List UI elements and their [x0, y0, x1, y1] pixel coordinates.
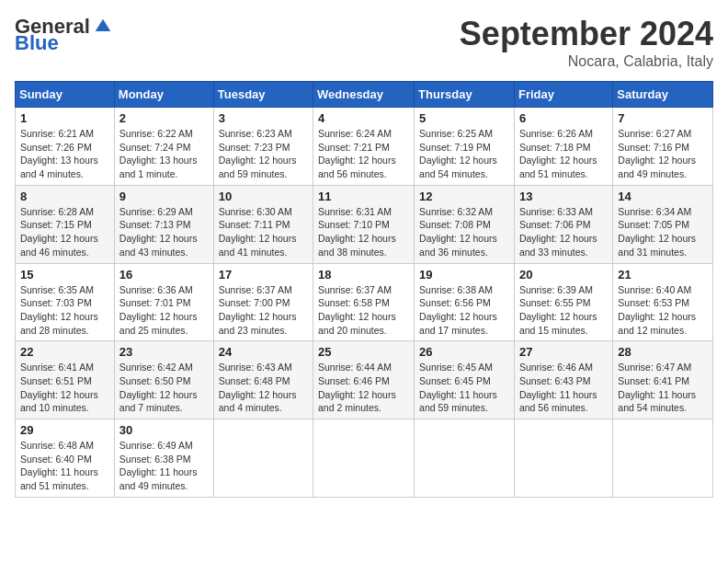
daylight-label: Daylight: 13 hours and 1 minute.	[119, 155, 198, 179]
day-info: Sunrise: 6:42 AM Sunset: 6:50 PM Dayligh…	[119, 361, 209, 415]
day-info: Sunrise: 6:39 AM Sunset: 6:55 PM Dayligh…	[519, 283, 608, 338]
svg-marker-0	[96, 19, 111, 31]
day-info: Sunrise: 6:21 AM Sunset: 7:26 PM Dayligh…	[20, 127, 109, 181]
day-number: 21	[618, 268, 708, 282]
daylight-label: Daylight: 11 hours and 56 minutes.	[519, 389, 597, 414]
sunset-label: Sunset: 7:05 PM	[618, 219, 689, 230]
month-title: September 2024	[460, 15, 713, 53]
daylight-label: Daylight: 12 hours and 10 minutes.	[20, 389, 98, 414]
daylight-label: Daylight: 12 hours and 12 minutes.	[618, 311, 696, 336]
header-sunday: Sunday	[16, 82, 115, 108]
sunset-label: Sunset: 6:53 PM	[618, 297, 689, 308]
day-number: 22	[20, 345, 109, 359]
calendar-day: 16 Sunrise: 6:36 AM Sunset: 7:01 PM Dayl…	[114, 263, 213, 341]
day-info: Sunrise: 6:24 AM Sunset: 7:21 PM Dayligh…	[318, 127, 409, 181]
empty-cell	[514, 419, 612, 498]
calendar-day: 4 Sunrise: 6:24 AM Sunset: 7:21 PM Dayli…	[313, 108, 415, 186]
day-info: Sunrise: 6:40 AM Sunset: 6:53 PM Dayligh…	[618, 283, 708, 338]
sunset-label: Sunset: 7:24 PM	[119, 142, 191, 153]
day-number: 3	[219, 111, 308, 125]
day-number: 11	[318, 190, 409, 203]
daylight-label: Daylight: 12 hours and 2 minutes.	[318, 389, 396, 414]
calendar-day: 29 Sunrise: 6:48 AM Sunset: 6:40 PM Dayl…	[16, 419, 115, 498]
calendar-day: 7 Sunrise: 6:27 AM Sunset: 7:16 PM Dayli…	[613, 108, 713, 186]
day-info: Sunrise: 6:46 AM Sunset: 6:43 PM Dayligh…	[519, 361, 608, 415]
sunset-label: Sunset: 6:51 PM	[20, 375, 92, 386]
day-number: 2	[119, 111, 209, 125]
sunrise-label: Sunrise: 6:43 AM	[219, 362, 292, 373]
sunrise-label: Sunrise: 6:36 AM	[119, 284, 193, 295]
calendar-day: 13 Sunrise: 6:33 AM Sunset: 7:06 PM Dayl…	[514, 185, 612, 263]
day-info: Sunrise: 6:22 AM Sunset: 7:24 PM Dayligh…	[119, 127, 209, 181]
sunrise-label: Sunrise: 6:32 AM	[419, 206, 493, 217]
sunrise-label: Sunrise: 6:37 AM	[318, 284, 392, 295]
sunset-label: Sunset: 7:00 PM	[219, 297, 290, 308]
sunset-label: Sunset: 6:48 PM	[219, 375, 290, 386]
day-number: 13	[519, 190, 608, 203]
sunset-label: Sunset: 6:46 PM	[318, 375, 390, 386]
calendar-day: 27 Sunrise: 6:46 AM Sunset: 6:43 PM Dayl…	[514, 341, 612, 419]
calendar-day: 28 Sunrise: 6:47 AM Sunset: 6:41 PM Dayl…	[613, 341, 713, 419]
daylight-label: Daylight: 12 hours and 49 minutes.	[618, 155, 696, 179]
sunrise-label: Sunrise: 6:22 AM	[119, 128, 193, 139]
calendar-day: 14 Sunrise: 6:34 AM Sunset: 7:05 PM Dayl…	[613, 185, 713, 263]
day-info: Sunrise: 6:30 AM Sunset: 7:11 PM Dayligh…	[219, 205, 308, 259]
calendar-day: 6 Sunrise: 6:26 AM Sunset: 7:18 PM Dayli…	[514, 108, 612, 186]
sunrise-label: Sunrise: 6:28 AM	[20, 206, 94, 217]
sunset-label: Sunset: 6:55 PM	[519, 297, 591, 308]
calendar-day: 30 Sunrise: 6:49 AM Sunset: 6:38 PM Dayl…	[114, 419, 213, 498]
daylight-label: Daylight: 12 hours and 31 minutes.	[618, 233, 696, 258]
daylight-label: Daylight: 12 hours and 46 minutes.	[20, 233, 98, 258]
location-title: Nocara, Calabria, Italy	[460, 53, 713, 70]
sunset-label: Sunset: 7:01 PM	[119, 297, 191, 308]
sunset-label: Sunset: 7:23 PM	[219, 142, 290, 153]
sunset-label: Sunset: 6:50 PM	[119, 375, 191, 386]
day-info: Sunrise: 6:33 AM Sunset: 7:06 PM Dayligh…	[519, 205, 608, 259]
sunset-label: Sunset: 6:43 PM	[519, 375, 591, 386]
sunrise-label: Sunrise: 6:26 AM	[519, 128, 593, 139]
daylight-label: Daylight: 12 hours and 28 minutes.	[20, 311, 98, 336]
daylight-label: Daylight: 13 hours and 4 minutes.	[20, 155, 98, 179]
sunset-label: Sunset: 6:58 PM	[318, 297, 390, 308]
sunset-label: Sunset: 6:56 PM	[419, 297, 491, 308]
header-tuesday: Tuesday	[213, 82, 313, 108]
sunrise-label: Sunrise: 6:46 AM	[519, 362, 593, 373]
day-info: Sunrise: 6:38 AM Sunset: 6:56 PM Dayligh…	[419, 283, 509, 338]
daylight-label: Daylight: 12 hours and 4 minutes.	[219, 389, 297, 414]
calendar-day: 20 Sunrise: 6:39 AM Sunset: 6:55 PM Dayl…	[514, 263, 612, 341]
daylight-label: Daylight: 12 hours and 17 minutes.	[419, 311, 497, 336]
sunrise-label: Sunrise: 6:49 AM	[119, 440, 193, 451]
sunrise-label: Sunrise: 6:48 AM	[20, 440, 94, 451]
calendar-day: 19 Sunrise: 6:38 AM Sunset: 6:56 PM Dayl…	[415, 263, 515, 341]
day-number: 25	[318, 345, 409, 359]
day-number: 10	[219, 190, 308, 203]
calendar-day: 3 Sunrise: 6:23 AM Sunset: 7:23 PM Dayli…	[213, 108, 313, 186]
calendar-day: 5 Sunrise: 6:25 AM Sunset: 7:19 PM Dayli…	[415, 108, 515, 186]
day-info: Sunrise: 6:23 AM Sunset: 7:23 PM Dayligh…	[219, 127, 308, 181]
daylight-label: Daylight: 12 hours and 23 minutes.	[219, 311, 297, 336]
sunrise-label: Sunrise: 6:25 AM	[419, 128, 493, 139]
day-info: Sunrise: 6:34 AM Sunset: 7:05 PM Dayligh…	[618, 205, 708, 259]
day-number: 18	[318, 268, 409, 282]
daylight-label: Daylight: 12 hours and 20 minutes.	[318, 311, 396, 336]
day-info: Sunrise: 6:35 AM Sunset: 7:03 PM Dayligh…	[20, 283, 109, 338]
daylight-label: Daylight: 12 hours and 25 minutes.	[119, 311, 198, 336]
day-info: Sunrise: 6:36 AM Sunset: 7:01 PM Dayligh…	[119, 283, 209, 338]
sunrise-label: Sunrise: 6:23 AM	[219, 128, 292, 139]
daylight-label: Daylight: 12 hours and 36 minutes.	[419, 233, 497, 258]
day-info: Sunrise: 6:45 AM Sunset: 6:45 PM Dayligh…	[419, 361, 509, 415]
sunrise-label: Sunrise: 6:33 AM	[519, 206, 593, 217]
day-number: 27	[519, 345, 608, 359]
header-thursday: Thursday	[415, 82, 515, 108]
day-info: Sunrise: 6:44 AM Sunset: 6:46 PM Dayligh…	[318, 361, 409, 415]
daylight-label: Daylight: 12 hours and 41 minutes.	[219, 233, 297, 258]
day-info: Sunrise: 6:26 AM Sunset: 7:18 PM Dayligh…	[519, 127, 608, 181]
day-number: 1	[20, 111, 109, 125]
day-info: Sunrise: 6:27 AM Sunset: 7:16 PM Dayligh…	[618, 127, 708, 181]
day-info: Sunrise: 6:31 AM Sunset: 7:10 PM Dayligh…	[318, 205, 409, 259]
day-number: 20	[519, 268, 608, 282]
calendar-day: 2 Sunrise: 6:22 AM Sunset: 7:24 PM Dayli…	[114, 108, 213, 186]
header-monday: Monday	[114, 82, 213, 108]
day-info: Sunrise: 6:43 AM Sunset: 6:48 PM Dayligh…	[219, 361, 308, 415]
sunrise-label: Sunrise: 6:21 AM	[20, 128, 94, 139]
